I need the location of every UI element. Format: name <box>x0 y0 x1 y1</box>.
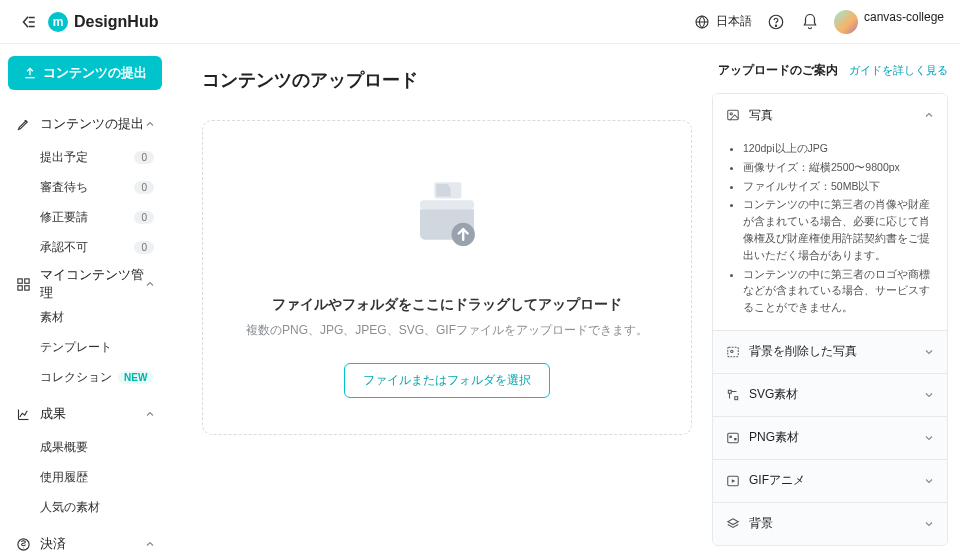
svg-rect-22 <box>734 438 736 440</box>
guide-bullet: ファイルサイズ：50MB以下 <box>743 178 931 195</box>
chevron-down-icon <box>923 475 935 487</box>
globe-icon <box>692 12 712 32</box>
pencil-icon <box>14 117 32 132</box>
sidebar-item-popular[interactable]: 人気の素材 <box>8 492 162 522</box>
svg-point-15 <box>730 113 732 115</box>
guide-bullet: コンテンツの中に第三者の肖像や財産が含まれている場合、必要に応じて肖像権及び財産… <box>743 196 931 263</box>
app-header: m DesignHub 日本語 canvas-college <box>0 0 960 44</box>
guide-section-png[interactable]: PNG素材 <box>713 417 947 459</box>
svg-rect-7 <box>24 278 28 282</box>
grid-icon <box>14 277 32 292</box>
bell-icon <box>801 13 819 31</box>
image-icon <box>725 108 741 122</box>
svg-rect-21 <box>730 436 732 438</box>
submit-content-button[interactable]: コンテンツの提出 <box>8 56 162 90</box>
chevron-down-icon <box>923 432 935 444</box>
image-cut-icon <box>725 345 741 359</box>
svg-rect-20 <box>728 433 739 442</box>
upload-dropzone[interactable]: ファイルやフォルダをここにドラッグしてアップロード 複数のPNG、JPG、JPE… <box>202 120 692 435</box>
currency-icon <box>14 537 32 552</box>
chevron-up-icon <box>144 278 156 290</box>
count-badge: 0 <box>134 151 154 164</box>
count-badge: 0 <box>134 211 154 224</box>
sidebar-item-rejected[interactable]: 承認不可0 <box>8 232 162 262</box>
page-title: コンテンツのアップロード <box>202 68 692 92</box>
upload-illustration-icon <box>402 175 492 265</box>
logo-badge-icon: m <box>48 12 68 32</box>
avatar-icon[interactable] <box>834 10 858 34</box>
sidebar-item-review[interactable]: 審査待ち0 <box>8 172 162 202</box>
sidebar-item-collections[interactable]: コレクションNEW <box>8 362 162 392</box>
dropzone-subtitle: 複数のPNG、JPG、JPEG、SVG、GIFファイルをアップロードできます。 <box>223 322 671 339</box>
layers-icon <box>725 517 741 531</box>
brand-name: DesignHub <box>74 13 158 31</box>
sidebar-group-mycontent[interactable]: マイコンテンツ管理 <box>8 266 162 302</box>
guide-panel: アップロードのご案内 ガイドを詳しく見る 写真 120dpi以上のJPG 画像サ… <box>712 44 960 557</box>
submit-button-label: コンテンツの提出 <box>43 64 147 82</box>
svg-rect-14 <box>728 110 739 119</box>
chevron-up-icon <box>144 538 156 550</box>
count-badge: 0 <box>134 241 154 254</box>
chevron-down-icon <box>923 346 935 358</box>
svg-rect-18 <box>728 390 731 393</box>
sidebar-item-scheduled[interactable]: 提出予定0 <box>8 142 162 172</box>
svg-rect-19 <box>735 397 738 400</box>
sidebar-item-history[interactable]: 使用履歴 <box>8 462 162 492</box>
sidebar-collapse-button[interactable] <box>16 10 40 34</box>
main-content: コンテンツのアップロード ファイルやフォルダをここにドラッグしてアップロード 複… <box>170 44 712 557</box>
select-file-button[interactable]: ファイルまたはフォルダを選択 <box>344 363 550 398</box>
brand-logo[interactable]: m DesignHub <box>48 12 158 32</box>
guide-section-background[interactable]: 背景 <box>713 503 947 545</box>
play-icon <box>725 474 741 488</box>
chart-icon <box>14 407 32 422</box>
help-icon <box>767 13 785 31</box>
sidebar-group-performance[interactable]: 成果 <box>8 396 162 432</box>
chevron-down-icon <box>923 518 935 530</box>
guide-section-svg[interactable]: SVG素材 <box>713 374 947 416</box>
collapse-icon <box>19 13 37 31</box>
guide-detail-link[interactable]: ガイドを詳しく見る <box>849 63 948 78</box>
transparency-icon <box>725 431 741 445</box>
guide-bullet: 120dpi以上のJPG <box>743 140 931 157</box>
svg-rect-9 <box>24 285 28 289</box>
upload-icon <box>23 66 37 80</box>
new-badge: NEW <box>118 371 153 384</box>
chevron-up-icon <box>144 408 156 420</box>
guide-section-gif[interactable]: GIFアニメ <box>713 460 947 502</box>
guide-section-bgremoved[interactable]: 背景を削除した写真 <box>713 331 947 373</box>
chevron-up-icon <box>144 118 156 130</box>
guide-title: アップロードのご案内 <box>718 62 849 79</box>
guide-section-photo[interactable]: 写真 <box>713 94 947 136</box>
chevron-up-icon <box>923 109 935 121</box>
svg-rect-6 <box>17 278 21 282</box>
notifications-button[interactable] <box>800 12 820 32</box>
sidebar-item-templates[interactable]: テンプレート <box>8 332 162 362</box>
sidebar: コンテンツの提出 コンテンツの提出 提出予定0 審査待ち0 修正要請0 承認不可… <box>0 44 170 557</box>
guide-bullet: コンテンツの中に第三者のロゴや商標などが含まれている場合、サービスすることができ… <box>743 266 931 316</box>
svg-point-5 <box>775 25 776 26</box>
language-label: 日本語 <box>716 13 752 30</box>
svg-rect-8 <box>17 285 21 289</box>
sidebar-item-assets[interactable]: 素材 <box>8 302 162 332</box>
chevron-down-icon <box>923 389 935 401</box>
count-badge: 0 <box>134 181 154 194</box>
sidebar-group-payment[interactable]: 決済 <box>8 526 162 557</box>
language-selector[interactable]: 日本語 <box>692 12 752 32</box>
dropzone-title: ファイルやフォルダをここにドラッグしてアップロード <box>223 296 671 314</box>
help-button[interactable] <box>766 12 786 32</box>
svg-rect-12 <box>420 200 474 209</box>
vector-icon <box>725 388 741 402</box>
sidebar-item-revise[interactable]: 修正要請0 <box>8 202 162 232</box>
guide-accordion: 写真 120dpi以上のJPG 画像サイズ：縦横2500〜9800px ファイル… <box>712 93 948 546</box>
username-label[interactable]: canvas-college <box>864 10 944 24</box>
svg-point-17 <box>731 350 733 352</box>
sidebar-item-summary[interactable]: 成果概要 <box>8 432 162 462</box>
guide-section-photo-body: 120dpi以上のJPG 画像サイズ：縦横2500〜9800px ファイルサイズ… <box>713 136 947 330</box>
guide-bullet: 画像サイズ：縦横2500〜9800px <box>743 159 931 176</box>
sidebar-group-submission[interactable]: コンテンツの提出 <box>8 106 162 142</box>
